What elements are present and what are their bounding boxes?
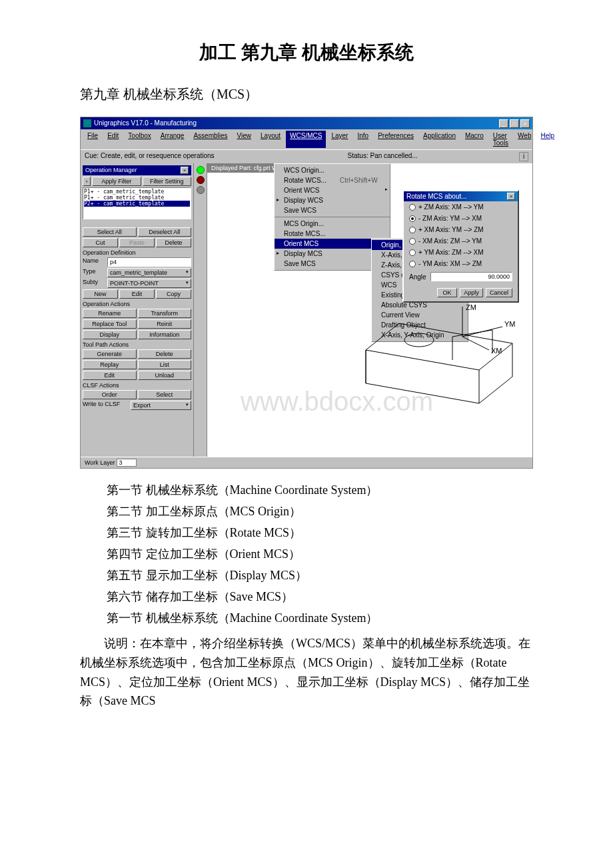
type-label: Type <box>83 268 106 277</box>
list-item[interactable]: P2+ - cam_metric_template <box>84 201 190 207</box>
menu-item-display-wcs[interactable]: Display WCS <box>275 195 390 205</box>
panel-title: Operation Manager × <box>83 165 191 175</box>
toc-item: 第二节 加工坐标原点（MCS Origin） <box>107 503 560 519</box>
cancel-button[interactable]: Cancel <box>486 288 512 297</box>
menu-layer[interactable]: Layer <box>327 131 352 148</box>
tp-actions-label: Tool Path Actions <box>83 341 191 348</box>
apply-filter-button[interactable]: Apply Filter <box>92 177 141 186</box>
subtype-label: Subty <box>83 279 106 288</box>
rotate-mcs-dialog: Rotate MCS about... × + ZM Axis: XM --> … <box>402 190 519 303</box>
radio-option[interactable]: + XM Axis: YM --> ZM <box>404 224 518 235</box>
maximize-icon[interactable]: □ <box>510 119 519 128</box>
svg-point-0 <box>404 333 434 347</box>
toc-item: 第一节 机械坐标系统（Machine Coordinate System） <box>107 610 560 626</box>
menu-application[interactable]: Application <box>419 131 460 148</box>
deselect-all-button[interactable]: Deselect All <box>138 227 192 237</box>
status-text: Pan cancelled... <box>370 152 417 159</box>
menu-info[interactable]: Info <box>353 131 372 148</box>
menubar: File Edit Toolbox Arrange Assemblies Vie… <box>81 129 532 149</box>
filter-setting-button[interactable]: Filter Setting <box>143 177 192 186</box>
menu-layout[interactable]: Layout <box>257 131 285 148</box>
filter-toggle[interactable]: ▫ <box>83 177 91 186</box>
information-button[interactable]: Information <box>138 330 192 339</box>
menu-item-wcs-origin[interactable]: WCS Origin... <box>275 165 390 175</box>
generate-button[interactable]: Generate <box>83 349 137 359</box>
menu-preferences[interactable]: Preferences <box>374 131 418 148</box>
menu-assemblies[interactable]: Assemblies <box>189 131 231 148</box>
menu-user-tools[interactable]: User Tools <box>489 131 512 148</box>
status-bar: Work Layer 3 <box>81 457 532 468</box>
list-item[interactable]: P1+ - cam_metric_template <box>84 195 190 201</box>
menu-view[interactable]: View <box>233 131 256 148</box>
type-dropdown[interactable]: cam_metric_template▾ <box>107 268 191 277</box>
toc-item: 第一节 机械坐标系统（Machine Coordinate System） <box>107 482 560 498</box>
close-icon[interactable]: × <box>520 119 530 128</box>
tp-delete-button[interactable]: Delete <box>138 349 192 359</box>
svg-line-3 <box>462 327 502 337</box>
graphics-canvas[interactable]: Displayed Part: cfg.prt Wo WCS Origin...… <box>207 163 532 457</box>
clsf-label: CLSF Actions <box>83 382 191 389</box>
reinit-button[interactable]: Reinit <box>138 319 192 329</box>
work-layer-input[interactable]: 3 <box>117 459 137 467</box>
menu-toolbox[interactable]: Toolbox <box>124 131 155 148</box>
panel-close-icon[interactable]: × <box>181 167 189 174</box>
menu-item-save-wcs[interactable]: Save WCS <box>275 205 390 215</box>
name-input[interactable]: p4 <box>107 257 191 267</box>
display-button[interactable]: Display <box>83 330 137 339</box>
list-button[interactable]: List <box>138 360 192 369</box>
document-title: 加工 第九章 机械坐标系统 <box>53 40 560 65</box>
menu-item-mcs-origin[interactable]: MCS Origin... <box>275 217 390 229</box>
menu-item-rotate-mcs[interactable]: Rotate MCS... <box>275 229 390 239</box>
svg-text:ZM: ZM <box>466 303 476 311</box>
angle-label: Angle <box>409 273 426 281</box>
list-item[interactable]: P1+ - cam_metric_template <box>84 189 190 195</box>
radio-option[interactable]: - ZM Axis: YM --> XM <box>404 213 518 224</box>
subtype-dropdown[interactable]: POINT-TO-POINT▾ <box>107 279 191 288</box>
svg-text:XM: XM <box>491 347 502 355</box>
cut-button[interactable]: Cut <box>83 238 118 247</box>
radio-option[interactable]: - XM Axis: ZM --> YM <box>404 235 518 247</box>
minimize-icon[interactable]: _ <box>499 119 508 128</box>
menu-edit[interactable]: Edit <box>103 131 123 148</box>
info-icon[interactable]: i <box>519 152 528 161</box>
menu-arrange[interactable]: Arrange <box>157 131 189 148</box>
dialog-title: Rotate MCS about... × <box>404 191 518 201</box>
radio-option[interactable]: + ZM Axis: XM --> YM <box>404 201 518 213</box>
transform-button[interactable]: Transform <box>138 309 192 318</box>
menu-item-orient-wcs[interactable]: Orient WCS▸ <box>275 185 390 195</box>
select-all-button[interactable]: Select All <box>83 227 137 237</box>
unload-button[interactable]: Unload <box>138 371 192 380</box>
dialog-close-icon[interactable]: × <box>507 193 515 200</box>
work-layer-label: Work Layer <box>85 459 115 466</box>
canvas-title: Displayed Part: cfg.prt Wo <box>207 163 285 173</box>
ok-button[interactable]: OK <box>437 288 457 297</box>
radio-option[interactable]: + YM Axis: ZM --> XM <box>404 247 518 258</box>
new-button[interactable]: New <box>83 289 118 299</box>
select-button[interactable]: Select <box>138 390 192 399</box>
menu-wcs-mcs[interactable]: WCS/MCS <box>286 131 326 148</box>
cue-bar: Cue: Create, edit, or resequence operati… <box>81 149 532 163</box>
status-light-green-icon <box>197 166 205 174</box>
copy-button[interactable]: Copy <box>156 289 191 299</box>
replace-tool-button[interactable]: Replace Tool <box>83 319 137 329</box>
order-button[interactable]: Order <box>83 390 137 399</box>
operation-list[interactable]: P1+ - cam_metric_template P1+ - cam_metr… <box>83 187 191 219</box>
menu-macro[interactable]: Macro <box>461 131 488 148</box>
rename-button[interactable]: Rename <box>83 309 137 318</box>
status-light-off-icon <box>197 186 205 194</box>
menu-web[interactable]: Web <box>514 131 535 148</box>
radio-option[interactable]: - YM Axis: XM --> ZM <box>404 258 518 269</box>
body-paragraph: 说明：在本章中，将介绍坐标转换（WCS/MCS）菜单中的机械坐标系统选项。在机械… <box>80 634 533 711</box>
export-dropdown[interactable]: Export▾ <box>131 401 191 410</box>
tp-edit-button[interactable]: Edit <box>83 371 137 380</box>
delete-button[interactable]: Delete <box>156 238 191 247</box>
help-link[interactable]: Help <box>537 131 559 148</box>
angle-input[interactable]: 90.0000 <box>430 272 512 281</box>
toc-item: 第三节 旋转加工坐标（Rotate MCS） <box>107 525 560 541</box>
toc-item: 第五节 显示加工坐标（Display MCS） <box>107 567 560 583</box>
menu-item-rotate-wcs[interactable]: Rotate WCS...Ctrl+Shift+W <box>275 175 390 185</box>
replay-button[interactable]: Replay <box>83 360 137 369</box>
edit-button[interactable]: Edit <box>119 289 155 299</box>
menu-file[interactable]: File <box>83 131 102 148</box>
apply-button[interactable]: Apply <box>460 288 483 297</box>
